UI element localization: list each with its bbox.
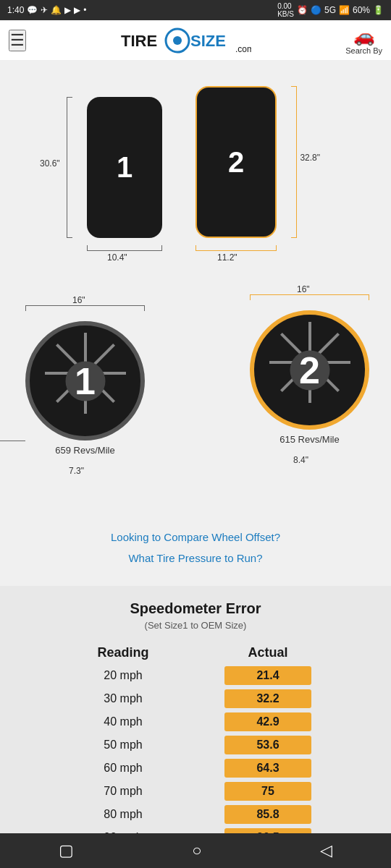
tire2-side-label: 2: [228, 146, 244, 179]
hamburger-menu-button[interactable]: ☰: [9, 30, 26, 51]
speedo-reading-value: 80 mph: [80, 808, 167, 821]
speedo-reading-value: 70 mph: [80, 785, 167, 798]
speedometer-section: Speedometer Error (Set Size1 to OEM Size…: [0, 586, 391, 868]
media-icon: ▶: [74, 5, 80, 15]
tire2-width-label: 11.2": [217, 252, 237, 263]
speedo-rows-container: 20 mph21.430 mph32.240 mph42.950 mph53.6…: [80, 666, 311, 847]
speedo-actual-value: 64.3: [224, 759, 311, 778]
speedo-reading-value: 50 mph: [80, 739, 167, 752]
bluetooth-icon: 🔵: [311, 5, 321, 15]
tire1-side-wrapper: 30.6" 10.4" 1: [87, 97, 162, 238]
speedo-reading-value: 40 mph: [80, 715, 167, 728]
speedo-actual-value: 42.9: [224, 712, 311, 731]
side-tire-container: 30.6" 10.4" 1 32.8" 11.2" 2: [51, 75, 340, 278]
tire1-revs: 659 Revs/Mile: [25, 445, 145, 456]
home-button[interactable]: ○: [192, 841, 201, 860]
speedo-row: 30 mph32.2: [80, 689, 311, 708]
speedo-subtitle: (Set Size1 to OEM Size): [0, 620, 391, 631]
svg-text:SIZE: SIZE: [190, 32, 226, 50]
speedo-actual-value: 53.6: [224, 736, 311, 754]
wheel-offset-link[interactable]: Looking to Compare Wheel Offset?: [111, 531, 280, 543]
search-by-button[interactable]: 🚗 Search By: [345, 26, 382, 55]
speedo-actual-value: 75: [224, 782, 311, 801]
speedo-table: Reading Actual 20 mph21.430 mph32.240 mp…: [80, 645, 311, 847]
speedo-row: 20 mph21.4: [80, 666, 311, 685]
tire1-side-body: 1: [87, 97, 162, 238]
col-actual-header: Actual: [224, 645, 311, 660]
search-by-label: Search By: [345, 46, 382, 55]
tire1-front-body: 1: [25, 321, 145, 441]
speedo-actual-value: 32.2: [224, 689, 311, 708]
logo: TIRE SIZE .com: [121, 26, 251, 55]
speedo-row: 60 mph64.3: [80, 759, 311, 778]
tire2-front-label: 2: [299, 349, 320, 392]
tire2-height-label: 32.8": [300, 153, 320, 163]
status-right: 0.00KB/S ⏰ 🔵 5G 📶 60% 🔋: [277, 2, 384, 18]
time-display: 1:40: [7, 5, 24, 15]
tire2-side-body: 2: [196, 86, 277, 238]
tire2-front-body: 2: [250, 310, 369, 430]
svg-text:TIRE: TIRE: [121, 32, 157, 50]
tire2-width-bracket: [196, 245, 277, 251]
tire2-height-bracket: [291, 86, 297, 238]
col-reading-header: Reading: [80, 645, 167, 660]
recent-apps-button[interactable]: ▢: [59, 841, 74, 860]
svg-point-2: [173, 36, 182, 45]
dot-indicator: •: [83, 5, 86, 15]
status-bar: 1:40 💬 ✈ 🔔 ▶ ▶ • 0.00KB/S ⏰ 🔵 5G 📶 60% 🔋: [0, 0, 391, 20]
whatsapp-icon: 💬: [27, 5, 38, 15]
tire1-rim-bracket: [25, 305, 145, 311]
status-left: 1:40 💬 ✈ 🔔 ▶ ▶ •: [7, 5, 87, 15]
back-button[interactable]: ◁: [320, 841, 332, 860]
speedo-reading-value: 20 mph: [80, 669, 167, 682]
tire1-width-bracket: [87, 245, 162, 251]
tire2-revs: 615 Revs/Mile: [250, 434, 369, 445]
tire-pressure-link[interactable]: What Tire Pressure to Run?: [128, 552, 262, 564]
speedo-actual-value: 85.8: [224, 805, 311, 824]
links-section: Looking to Compare Wheel Offset? What Ti…: [0, 516, 391, 586]
notification-icon: 🔔: [51, 5, 62, 15]
alarm-icon: ⏰: [297, 5, 308, 15]
battery-icon: 🔋: [373, 5, 384, 15]
tire1-rim-label: 16": [72, 295, 85, 305]
tire1-height-label: 30.6": [40, 158, 60, 169]
telegram-icon: ✈: [41, 5, 48, 15]
speedo-header: Reading Actual: [80, 645, 311, 660]
speedo-row: 70 mph75: [80, 782, 311, 801]
app-header: ☰ TIRE SIZE .com 🚗 Search By: [0, 20, 391, 61]
main-content: 30.6" 10.4" 1 32.8" 11.2" 2: [0, 61, 391, 868]
speedo-row: 50 mph53.6: [80, 736, 311, 754]
speedo-row: 40 mph42.9: [80, 712, 311, 731]
tire2-side-wrapper: 32.8" 11.2" 2: [196, 86, 277, 238]
signal-bars: 📶: [339, 5, 350, 15]
speedo-row: 80 mph85.8: [80, 805, 311, 824]
front-tire-container: 16" 96.1" 7.3": [14, 299, 377, 516]
car-icon: 🚗: [353, 26, 375, 46]
tire1-width-label: 10.4": [107, 252, 127, 263]
tire1-height-bracket: [67, 97, 72, 238]
tire1-offset-left-line: [0, 441, 25, 442]
youtube-icon: ▶: [64, 5, 71, 15]
tire1-front-label: 1: [75, 359, 96, 403]
tire1-offset-mid-label: 7.3": [69, 466, 84, 476]
tire2-rim-bracket: [250, 294, 369, 300]
side-profile-section: 30.6" 10.4" 1 32.8" 11.2" 2: [0, 61, 391, 516]
tire1-front-wrapper: 16" 96.1" 7.3": [25, 321, 145, 456]
signal-label: 5G: [324, 5, 336, 15]
speedo-title: Speedometer Error: [0, 600, 391, 617]
svg-text:.com: .com: [235, 44, 251, 54]
tire2-rim-label: 16": [297, 284, 310, 294]
bottom-navigation: ▢ ○ ◁: [0, 833, 391, 868]
tire1-side-label: 1: [117, 151, 133, 184]
speedo-reading-value: 60 mph: [80, 762, 167, 775]
tire2-front-wrapper: 16" 103.1" 8.4": [250, 310, 369, 445]
speedo-reading-value: 30 mph: [80, 692, 167, 705]
data-speed: 0.00KB/S: [277, 2, 294, 18]
tire2-offset-mid-label: 8.4": [293, 455, 308, 465]
logo-svg: TIRE SIZE .com: [121, 26, 251, 55]
battery-label: 60%: [353, 5, 370, 15]
speedo-actual-value: 21.4: [224, 666, 311, 685]
